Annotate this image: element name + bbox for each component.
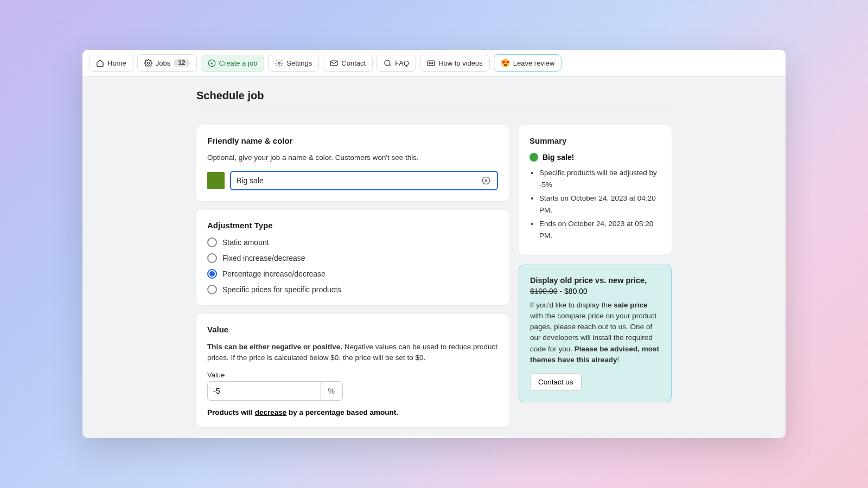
- svg-point-9: [429, 62, 431, 64]
- summary-title-row: Big sale!: [529, 153, 661, 162]
- svg-point-10: [432, 62, 433, 64]
- radio-label: Percentage increase/decrease: [222, 269, 326, 278]
- nav-create-job[interactable]: Create a job: [201, 55, 265, 72]
- info-text-end: !: [617, 356, 620, 364]
- value-card: Value This can be either negative or pos…: [196, 314, 509, 428]
- value-result: Products will decrease by a percentage b…: [207, 408, 498, 416]
- radio-label: Fixed increase/decrease: [222, 254, 305, 262]
- nav-create-label: Create a job: [219, 59, 258, 67]
- value-unit: %: [320, 382, 342, 400]
- home-icon: [96, 59, 104, 67]
- info-text-pre: If you'd like to display the: [530, 301, 614, 309]
- adjustment-card: Adjustment Type Static amount Fixed incr…: [196, 210, 509, 305]
- gear-icon: [144, 59, 152, 67]
- nav-videos[interactable]: How to videos: [420, 55, 490, 72]
- side-column: Summary Big sale! Specific products will…: [519, 125, 672, 402]
- nav-settings[interactable]: Settings: [268, 55, 319, 72]
- summary-bullet: Starts on October 24, 2023 at 04:20 PM.: [539, 192, 661, 216]
- divider: [196, 110, 672, 110]
- nav-review-label: Leave review: [513, 59, 555, 67]
- page-title: Schedule job: [196, 89, 672, 102]
- color-swatch[interactable]: [207, 172, 225, 189]
- top-nav: Home Jobs 12 Create a job Settings Conta…: [82, 50, 786, 76]
- summary-job-name: Big sale!: [542, 153, 574, 162]
- info-card: Display old price vs. new price, $100.00…: [519, 265, 672, 403]
- main-column: Friendly name & color Optional, give you…: [196, 125, 509, 438]
- nav-videos-label: How to videos: [438, 59, 483, 67]
- summary-heading: Summary: [529, 136, 661, 145]
- clear-name-button[interactable]: [481, 175, 492, 186]
- nav-contact-label: Contact: [341, 59, 366, 67]
- mail-icon: [330, 59, 338, 67]
- content-area: Schedule job Friendly name & color Optio…: [82, 76, 786, 438]
- summary-color-dot: [529, 153, 538, 162]
- adjustment-heading: Adjustment Type: [207, 221, 498, 230]
- radio-percentage[interactable]: Percentage increase/decrease: [207, 269, 498, 279]
- value-desc: This can be either negative or positive.…: [207, 342, 498, 364]
- contact-us-button[interactable]: Contact us: [530, 373, 582, 391]
- job-name-input[interactable]: [237, 176, 481, 185]
- price-sep: -: [558, 287, 564, 296]
- result-u: decrease: [255, 408, 287, 416]
- radio-label: Specific prices for specific products: [222, 285, 341, 294]
- svg-line-7: [390, 65, 391, 66]
- old-price: $100.00: [530, 287, 558, 296]
- value-desc-bold: This can be either negative or positive.: [207, 343, 342, 351]
- summary-bullet: Ends on October 24, 2023 at 05:20 PM.: [539, 218, 661, 241]
- svg-point-0: [147, 62, 149, 64]
- radio-fixed[interactable]: Fixed increase/decrease: [207, 253, 498, 263]
- nav-settings-label: Settings: [286, 59, 312, 67]
- nav-contact[interactable]: Contact: [323, 55, 373, 72]
- layout: Friendly name & color Optional, give you…: [196, 125, 672, 438]
- name-input-wrap[interactable]: [230, 171, 498, 190]
- name-card: Friendly name & color Optional, give you…: [196, 125, 509, 201]
- new-price: $80.00: [564, 287, 588, 296]
- summary-list: Specific products will be adjusted by -5…: [529, 167, 661, 242]
- applies-card: Applies to: [196, 436, 509, 438]
- name-row: [207, 171, 498, 190]
- radio-indicator: [207, 285, 217, 294]
- radio-label: Static amount: [222, 238, 269, 247]
- radio-indicator: [207, 269, 217, 279]
- video-icon: [427, 59, 435, 67]
- info-text: If you'd like to display the sale price …: [530, 300, 660, 366]
- radio-specific[interactable]: Specific prices for specific products: [207, 285, 498, 294]
- nav-faq[interactable]: FAQ: [376, 55, 416, 72]
- nav-home-label: Home: [107, 59, 126, 67]
- info-heading: Display old price vs. new price,: [530, 276, 660, 285]
- price-line: $100.00 - $80.00: [530, 287, 660, 296]
- value-heading: Value: [207, 325, 498, 334]
- nav-home[interactable]: Home: [89, 55, 133, 72]
- svg-point-4: [278, 62, 280, 64]
- svg-point-6: [385, 60, 390, 65]
- name-card-heading: Friendly name & color: [207, 136, 498, 145]
- settings-icon: [275, 59, 283, 67]
- radio-static-amount[interactable]: Static amount: [207, 237, 498, 247]
- radio-indicator: [207, 253, 217, 263]
- search-icon: [384, 59, 392, 67]
- result-pre: Products will: [207, 408, 255, 416]
- value-input[interactable]: [208, 387, 320, 395]
- info-text-bold1: sale price: [614, 301, 647, 309]
- result-post: by a percentage based amount.: [286, 408, 398, 416]
- summary-card: Summary Big sale! Specific products will…: [519, 125, 672, 255]
- radio-indicator: [207, 237, 217, 247]
- summary-bullet: Specific products will be adjusted by -5…: [539, 167, 661, 190]
- plus-circle-icon: [208, 59, 216, 67]
- name-card-sub: Optional, give your job a name & color. …: [207, 153, 498, 163]
- nav-jobs-label: Jobs: [156, 59, 170, 67]
- value-input-wrap[interactable]: %: [207, 381, 343, 401]
- jobs-count-badge: 12: [174, 59, 189, 67]
- value-label: Value: [207, 371, 498, 379]
- adjustment-radio-list: Static amount Fixed increase/decrease Pe…: [207, 237, 498, 294]
- nav-faq-label: FAQ: [395, 59, 409, 67]
- nav-jobs[interactable]: Jobs 12: [137, 54, 197, 72]
- app-window: Home Jobs 12 Create a job Settings Conta…: [82, 50, 786, 438]
- nav-review[interactable]: 😍 Leave review: [494, 54, 562, 72]
- clear-icon: [482, 176, 490, 185]
- heart-eyes-icon: 😍: [501, 59, 510, 67]
